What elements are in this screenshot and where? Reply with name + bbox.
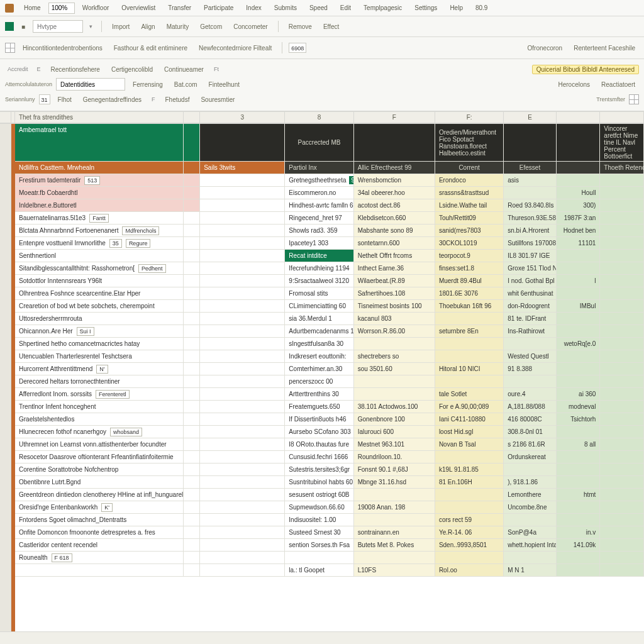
table-row[interactable]: Bauernatelinarras.5l1e3FanttRingecend_hr… bbox=[15, 212, 644, 225]
ribbon1-conc[interactable]: Concometer bbox=[230, 22, 271, 31]
cell-h[interactable] bbox=[600, 426, 644, 438]
cell-b[interactable] bbox=[200, 426, 285, 438]
cell-e[interactable]: seturnbre 8En bbox=[435, 325, 504, 337]
cell-h[interactable] bbox=[600, 287, 644, 299]
cell-narrow[interactable] bbox=[184, 476, 200, 488]
cell-b[interactable] bbox=[200, 401, 285, 413]
cell-b[interactable] bbox=[200, 350, 285, 362]
cell-d[interactable]: shectrebers so bbox=[354, 350, 435, 362]
cell-h[interactable] bbox=[600, 438, 644, 450]
cell-desc[interactable]: Shpertined hetho comancetmacrictes hatay bbox=[15, 338, 184, 350]
cell-c[interactable]: Comterhimer.an.30 bbox=[285, 363, 353, 375]
cell-h[interactable] bbox=[600, 401, 644, 413]
cell-g[interactable]: 300) bbox=[557, 199, 601, 211]
cell-c[interactable]: Showls rad3. 359 bbox=[285, 225, 353, 236]
table-row[interactable]: Onfite Domoncon fmoononte detrespretes a… bbox=[15, 526, 644, 539]
cell-g[interactable] bbox=[557, 363, 601, 375]
cell-e[interactable] bbox=[435, 338, 504, 350]
table-row[interactable]: GraelstelshentedlosIf Dissertin8uots h46… bbox=[15, 413, 644, 426]
menu-speed[interactable]: Speed bbox=[304, 3, 333, 13]
cell-g[interactable]: ai 360 bbox=[557, 388, 601, 400]
cell-narrow[interactable] bbox=[184, 225, 200, 236]
cell-h[interactable] bbox=[600, 489, 644, 501]
cell-b[interactable] bbox=[200, 552, 285, 564]
cell-h[interactable] bbox=[600, 237, 644, 249]
cell-desc[interactable]: Greentdreon dintiedon clenotherey HHine … bbox=[15, 489, 184, 501]
inline-pill[interactable]: K' bbox=[101, 503, 113, 512]
cell-c[interactable]: Hindhest-avrtc famlln 69 bbox=[285, 199, 353, 211]
ribbon1-effect[interactable]: Effect bbox=[319, 22, 343, 31]
cell-d[interactable]: Fonsnt 90.1 #,68J bbox=[354, 464, 435, 475]
table-row[interactable]: Corentine Sorattotrobe NofchentropSutest… bbox=[15, 464, 644, 476]
cell-g[interactable]: 8 all bbox=[557, 438, 601, 450]
cell-narrow[interactable] bbox=[184, 287, 200, 299]
cell-narrow[interactable] bbox=[184, 438, 200, 450]
cell-d[interactable]: kacanul 803 bbox=[354, 313, 435, 325]
cell-desc[interactable]: Utencuablen Tharterlesrentel Teshctsera bbox=[15, 350, 184, 362]
cell-b[interactable] bbox=[200, 262, 285, 274]
cell-b[interactable] bbox=[200, 237, 285, 249]
inline-pill[interactable]: Fantt bbox=[89, 214, 109, 223]
cell-g[interactable] bbox=[557, 501, 601, 513]
cell-c[interactable] bbox=[285, 552, 353, 564]
cell-c[interactable]: Supmewdson.66.60 bbox=[285, 501, 353, 513]
cell-e[interactable]: Iani C411-10880 bbox=[435, 413, 504, 425]
cell-f[interactable]: Ins-Rathirowt bbox=[504, 325, 557, 337]
cell-b[interactable] bbox=[200, 564, 285, 576]
cell-h[interactable] bbox=[600, 552, 644, 564]
cell-c[interactable]: Artterttrenthins 30 bbox=[285, 388, 353, 400]
cell-narrow[interactable] bbox=[184, 187, 200, 199]
cell-b[interactable] bbox=[200, 187, 285, 199]
cell-b[interactable] bbox=[200, 501, 285, 513]
cell-desc[interactable]: Entenpre vosttuenil Irrwnorlithe35Regure bbox=[15, 237, 184, 249]
cell-desc[interactable]: Bauernatelinarras.5l1e3Fantt bbox=[15, 212, 184, 224]
cell-c[interactable]: Sutestris.tersites3;6gr bbox=[285, 464, 353, 475]
cell-f[interactable] bbox=[504, 375, 557, 387]
cell-g[interactable]: htmt bbox=[557, 489, 601, 501]
cell-d[interactable]: 38.101 Actodwos.100 bbox=[354, 401, 435, 413]
cell-b[interactable] bbox=[200, 325, 285, 337]
cell-f[interactable] bbox=[504, 187, 557, 199]
colhdr-2[interactable]: 8 bbox=[285, 112, 353, 123]
type-selector[interactable] bbox=[33, 20, 83, 33]
cell-d[interactable] bbox=[354, 338, 435, 350]
cell-desc[interactable]: Frestirum tademteratir513 bbox=[15, 174, 184, 186]
cell-d[interactable]: acotost dect.86 bbox=[354, 199, 435, 211]
cell-g[interactable] bbox=[557, 375, 601, 387]
inline-pill[interactable]: F 618 bbox=[52, 553, 72, 562]
cell-c[interactable]: 9:Srsactaalweol 3120 bbox=[285, 275, 353, 287]
inline-pill[interactable]: Sui I bbox=[77, 327, 94, 336]
cell-narrow[interactable] bbox=[184, 451, 200, 463]
cell-e[interactable]: 30CKOL1019 bbox=[435, 237, 504, 249]
cell-d[interactable]: L10FS bbox=[354, 564, 435, 576]
cell-e[interactable] bbox=[435, 313, 504, 325]
cell-h[interactable] bbox=[600, 413, 644, 425]
cell-desc[interactable]: Uttosredersherrmrouta bbox=[15, 313, 184, 325]
ribbon1-caret[interactable]: ▾ bbox=[87, 23, 95, 30]
cell-d[interactable]: 34al obeerer.hoo bbox=[354, 187, 435, 199]
cell-desc[interactable]: Uthremnet ion Learnst vonn.attisthenterb… bbox=[15, 438, 184, 450]
cell-d[interactable]: sontrainann.en bbox=[354, 526, 435, 538]
cell-g[interactable] bbox=[557, 174, 601, 186]
cell-desc[interactable]: Senthnertionl bbox=[15, 250, 184, 262]
cell-desc[interactable]: Corentine Sorattotrobe Nofchentrop bbox=[15, 464, 184, 475]
cell-desc[interactable]: Obentibnre Lutrt.Bgnd bbox=[15, 476, 184, 488]
ribbon2-tab-0[interactable]: Hincontitiontedentrobentions bbox=[19, 43, 106, 53]
menu-submits[interactable]: Submits bbox=[269, 3, 302, 13]
cell-narrow[interactable] bbox=[184, 338, 200, 350]
cell-e[interactable]: k19L 91.81.85 bbox=[435, 464, 504, 475]
inline-pill[interactable]: N' bbox=[96, 365, 108, 374]
cell-h[interactable] bbox=[600, 187, 644, 199]
cell-g[interactable]: Houll bbox=[557, 187, 601, 199]
cell-d[interactable] bbox=[354, 375, 435, 387]
table-row[interactable]: Frestirum tademteratir513Gretnegstheethr… bbox=[15, 174, 644, 187]
r3c-mid-4[interactable]: Souresmtier bbox=[197, 95, 238, 104]
cell-desc[interactable]: RounealthF 618 bbox=[15, 552, 184, 564]
cell-h[interactable] bbox=[600, 375, 644, 387]
menu-workfloor[interactable]: Workfloor bbox=[77, 3, 114, 13]
cell-g[interactable]: IMBul bbox=[557, 300, 601, 312]
menu-transfer[interactable]: Transfer bbox=[163, 3, 196, 13]
cell-c[interactable]: Susntritubinol habts 60 bbox=[285, 476, 353, 488]
table-row[interactable]: Shpertined hetho comancetmacrictes hatay… bbox=[15, 338, 644, 350]
cell-f[interactable]: Lemonthere bbox=[504, 489, 557, 501]
